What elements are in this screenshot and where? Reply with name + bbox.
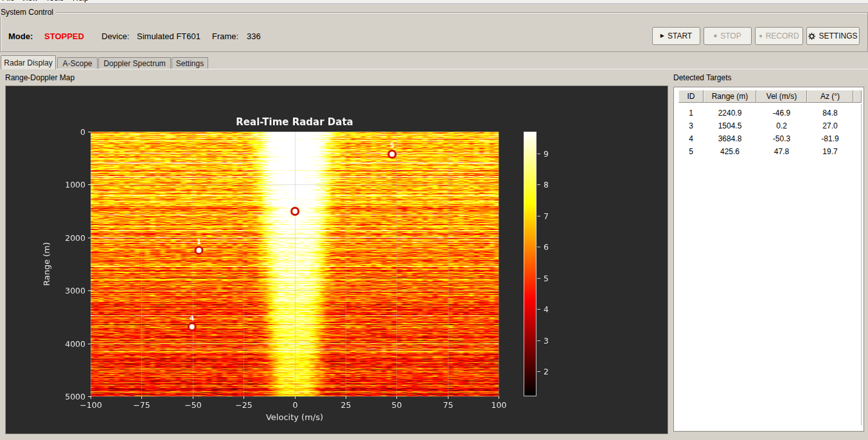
- table-cell: 47.8: [756, 145, 807, 158]
- column-header[interactable]: Az (°): [807, 90, 853, 103]
- frame-label: Frame:: [212, 31, 238, 41]
- table-cell: 3: [678, 119, 704, 132]
- table-cell: -81.9: [807, 132, 853, 145]
- record-button[interactable]: ● RECORD: [755, 27, 803, 45]
- mode-value: STOPPED: [44, 31, 84, 41]
- tab-radar-display[interactable]: Radar Display: [1, 55, 56, 69]
- table-cell: 0.2: [756, 119, 807, 132]
- menu-item-tools[interactable]: Tools: [46, 0, 64, 3]
- tab-doppler-spectrum[interactable]: Doppler Spectrum: [98, 57, 171, 69]
- gear-icon: [808, 33, 815, 40]
- range-doppler-canvas: [6, 86, 668, 434]
- record-icon: ●: [759, 33, 762, 39]
- table-row[interactable]: 43684.8-50.3-81.9: [674, 132, 864, 145]
- column-header[interactable]: Vel (m/s): [756, 90, 807, 103]
- menu-item-view[interactable]: View: [21, 0, 38, 3]
- start-button[interactable]: ▶ START: [652, 27, 700, 45]
- tab-a-scope[interactable]: A-Scope: [57, 57, 98, 69]
- tab-pane-edge: [0, 69, 868, 69]
- app-window: { "menu": {"items": ["File", "View", "To…: [0, 0, 868, 440]
- table-cell: 425.6: [704, 145, 756, 158]
- table-cell: 5: [678, 145, 704, 158]
- table-cell: 1504.5: [704, 119, 756, 132]
- table-cell: 19.7: [807, 145, 853, 158]
- system-control-title: System Control: [0, 8, 57, 17]
- table-cell: 2240.9: [704, 107, 756, 119]
- table-cell: -46.9: [756, 107, 807, 119]
- detected-targets-title: Detected Targets: [673, 73, 732, 82]
- mode-label: Mode:: [8, 31, 33, 41]
- column-header[interactable]: [853, 90, 862, 103]
- table-row[interactable]: 12240.9-46.984.8: [674, 107, 864, 119]
- system-control-group: Mode: STOPPED Device: Simulated FT601 Fr…: [0, 12, 868, 52]
- range-doppler-map-title: Range-Doppler Map: [5, 73, 75, 82]
- table-cell: -50.3: [756, 132, 807, 145]
- table-row[interactable]: 31504.50.227.0: [674, 119, 864, 132]
- table-cell: 27.0: [807, 119, 853, 132]
- table-cell: 4: [678, 132, 704, 145]
- detected-targets-table: IDRange (m)Vel (m/s)Az (°)12240.9-46.984…: [673, 87, 864, 432]
- frame-value: 336: [247, 31, 261, 41]
- column-header[interactable]: ID: [678, 90, 704, 103]
- table-cell: 1: [678, 107, 704, 119]
- table-cell: 3684.8: [704, 132, 756, 145]
- range-doppler-map-panel: [5, 85, 668, 434]
- menu-item-help[interactable]: Help: [73, 0, 89, 3]
- column-header[interactable]: Range (m): [704, 90, 756, 103]
- menu-bar: File View Tools Help: [0, 0, 868, 4]
- stop-button[interactable]: ■ STOP: [704, 27, 752, 45]
- menu-item-file[interactable]: File: [2, 0, 14, 3]
- device-label: Device:: [102, 31, 129, 41]
- table-cell: 84.8: [807, 107, 853, 119]
- settings-button[interactable]: SETTINGS: [806, 27, 860, 45]
- device-value: Simulated FT601: [137, 31, 200, 41]
- tab-settings[interactable]: Settings: [172, 57, 208, 69]
- table-inner-edge: [861, 104, 862, 425]
- play-icon: ▶: [660, 33, 664, 39]
- table-row[interactable]: 5425.647.819.7: [674, 145, 864, 158]
- stop-icon: ■: [714, 33, 717, 39]
